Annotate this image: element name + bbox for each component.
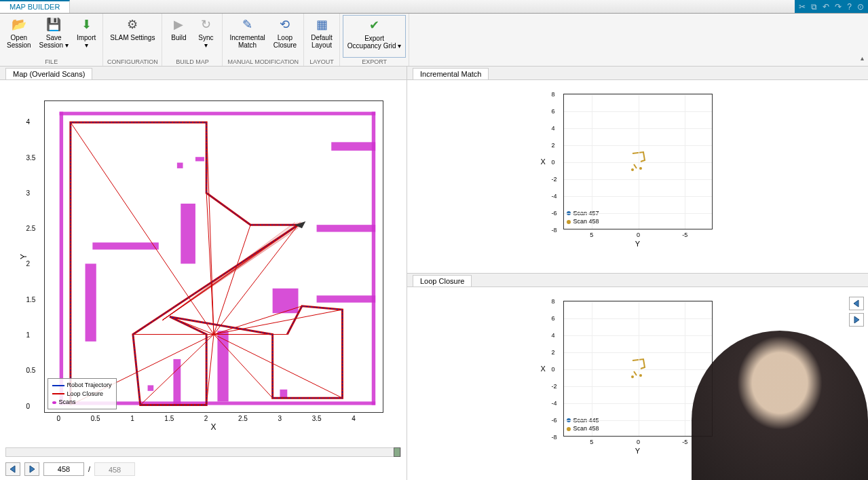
loop-closure-tab[interactable]: Loop Closure [413,275,472,287]
import-icon: ⬇ [78,16,94,33]
build-icon: ▶ [170,16,187,33]
map-legend: Robot Trajectory Loop Closure Scans [48,378,117,409]
open-session-icon: 📂 [11,16,27,33]
svg-line-20 [206,193,214,334]
next-frame-button[interactable] [24,462,39,476]
undo-icon[interactable]: ↶ [823,2,829,12]
svg-rect-16 [331,142,375,150]
save-session-icon: 💾 [45,16,62,33]
svg-point-54 [632,169,633,170]
loop-closure-button[interactable]: ⟲LoopClosure [269,15,301,58]
frame-total: 458 [94,462,135,476]
slam-settings-button[interactable]: ⚙SLAM Settings [106,15,159,58]
prev-frame-button[interactable] [5,462,20,476]
app-tab[interactable]: MAP BUILDER [0,0,70,13]
sync-icon: ↻ [197,16,214,33]
svg-point-56 [632,376,633,377]
slam-settings-icon: ⚙ [124,16,140,33]
cut-icon[interactable]: ✂ [799,2,806,12]
open-session-button[interactable]: 📂OpenSession [3,15,35,58]
incremental-match-plot: X Y Scan 457 Scan 458 -8-6-4-20246850-5 [563,94,713,229]
default-layout-icon: ▦ [314,16,330,33]
svg-line-31 [214,310,342,334]
map-plot: Robot Trajectory Loop Closure Scans [44,100,383,413]
frame-input[interactable] [43,462,84,476]
svg-rect-1 [59,112,375,115]
copy-icon[interactable]: ⧉ [811,2,817,12]
svg-rect-14 [316,295,375,302]
map-tab[interactable]: Map (Overlaid Scans) [5,68,92,79]
svg-rect-5 [85,263,96,341]
loop-closure-next-button[interactable] [849,313,864,327]
save-session-button[interactable]: 💾SaveSession ▾ [35,15,73,58]
map-ylabel: Y [19,254,29,259]
loop-closure-icon: ⟲ [277,16,293,33]
svg-line-30 [214,335,342,399]
svg-rect-13 [272,289,298,313]
map-xlabel: X [210,422,216,432]
export-occupancy-icon: ✔ [366,17,383,33]
svg-rect-12 [280,390,287,398]
svg-rect-3 [371,112,375,405]
sync-button[interactable]: ↻Sync▾ [192,15,219,58]
svg-line-19 [206,122,214,334]
collapse-ribbon-icon[interactable]: ▴ [861,54,864,62]
svg-rect-11 [217,331,228,401]
svg-rect-6 [181,204,195,263]
settings-icon[interactable]: ⊙ [857,2,864,12]
incremental-match-button[interactable]: ✎IncrementalMatch [225,15,269,58]
svg-rect-4 [92,242,158,249]
svg-rect-10 [173,359,181,405]
svg-rect-15 [316,225,375,232]
build-button[interactable]: ▶Build [165,15,192,58]
svg-point-55 [640,168,641,169]
svg-rect-8 [195,157,204,161]
svg-line-25 [206,335,214,405]
loop-closure-prev-button[interactable] [849,297,864,310]
svg-rect-9 [147,385,153,390]
export-occupancy-button[interactable]: ✔ExportOccupancy Grid ▾ [343,15,406,58]
frame-slider[interactable] [5,447,401,457]
help-icon[interactable]: ? [847,2,852,12]
svg-rect-7 [176,163,183,168]
loop-closure-plot: X Y Scan 445 Scan 458 -8-6-4-20246850-5 [563,301,713,437]
titlebar-icons: ✂ ⧉ ↶ ↷ ? ⊙ [795,0,868,13]
default-layout-button[interactable]: ▦DefaultLayout [307,15,337,58]
import-button[interactable]: ⬇Import▾ [73,15,100,58]
svg-point-57 [640,375,641,376]
incremental-match-tab[interactable]: Incremental Match [413,68,489,79]
incremental-match-icon: ✎ [240,16,256,33]
svg-rect-2 [59,112,62,405]
frame-separator: / [88,465,90,473]
redo-icon[interactable]: ↷ [835,2,842,12]
svg-line-22 [214,225,299,334]
